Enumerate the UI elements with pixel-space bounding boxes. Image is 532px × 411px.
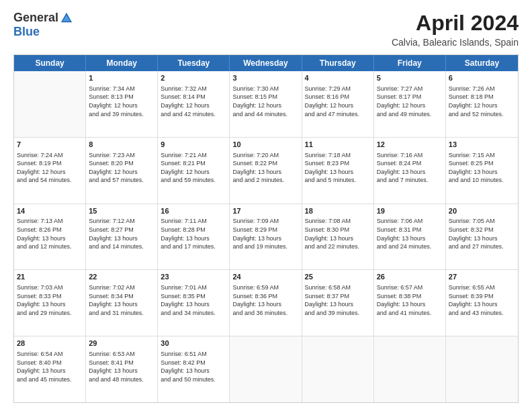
calendar-cell: 24Sunrise: 6:59 AMSunset: 8:36 PMDayligh… <box>230 270 302 336</box>
cell-content: Sunrise: 6:55 AMSunset: 8:39 PMDaylight:… <box>449 283 515 317</box>
main-title: April 2024 <box>392 11 519 36</box>
day-number: 24 <box>232 272 298 282</box>
logo-general: General <box>13 11 58 25</box>
cell-content: Sunrise: 6:58 AMSunset: 8:37 PMDaylight:… <box>305 283 371 317</box>
calendar-cell: 3Sunrise: 7:30 AMSunset: 8:15 PMDaylight… <box>230 71 302 137</box>
day-number: 21 <box>17 272 83 282</box>
calendar-cell <box>14 71 86 137</box>
calendar-cell: 27Sunrise: 6:55 AMSunset: 8:39 PMDayligh… <box>446 270 518 336</box>
day-number: 16 <box>161 206 226 216</box>
calendar: SundayMondayTuesdayWednesdayThursdayFrid… <box>13 54 519 403</box>
day-number: 22 <box>89 272 154 282</box>
cell-content: Sunrise: 7:06 AMSunset: 8:31 PMDaylight:… <box>377 217 443 250</box>
calendar-cell: 21Sunrise: 7:03 AMSunset: 8:33 PMDayligh… <box>14 270 86 336</box>
calendar-week-4: 21Sunrise: 7:03 AMSunset: 8:33 PMDayligh… <box>14 270 518 336</box>
logo: General Blue <box>13 11 73 39</box>
calendar-cell: 9Sunrise: 7:21 AMSunset: 8:21 PMDaylight… <box>158 138 230 203</box>
cell-content: Sunrise: 7:26 AMSunset: 8:18 PMDaylight:… <box>449 85 515 118</box>
cell-content: Sunrise: 7:18 AMSunset: 8:23 PMDaylight:… <box>305 151 371 185</box>
calendar-cell: 16Sunrise: 7:11 AMSunset: 8:28 PMDayligh… <box>158 204 230 270</box>
calendar-cell: 17Sunrise: 7:09 AMSunset: 8:29 PMDayligh… <box>230 204 302 270</box>
calendar-cell: 23Sunrise: 7:01 AMSunset: 8:35 PMDayligh… <box>158 270 230 336</box>
cell-content: Sunrise: 7:11 AMSunset: 8:28 PMDaylight:… <box>161 217 226 250</box>
calendar-body: 1Sunrise: 7:34 AMSunset: 8:13 PMDaylight… <box>14 71 518 402</box>
cell-content: Sunrise: 7:08 AMSunset: 8:30 PMDaylight:… <box>305 217 371 250</box>
calendar-header-sunday: Sunday <box>14 55 86 71</box>
cell-content: Sunrise: 7:02 AMSunset: 8:34 PMDaylight:… <box>89 283 154 317</box>
day-number: 30 <box>161 338 226 349</box>
calendar-cell <box>446 336 518 402</box>
calendar-cell: 1Sunrise: 7:34 AMSunset: 8:13 PMDaylight… <box>86 71 158 137</box>
cell-content: Sunrise: 7:03 AMSunset: 8:33 PMDaylight:… <box>17 283 83 317</box>
cell-content: Sunrise: 7:05 AMSunset: 8:32 PMDaylight:… <box>449 217 515 250</box>
cell-content: Sunrise: 6:53 AMSunset: 8:41 PMDaylight:… <box>89 350 154 383</box>
day-number: 23 <box>161 272 226 282</box>
calendar-cell: 28Sunrise: 6:54 AMSunset: 8:40 PMDayligh… <box>14 336 86 402</box>
calendar-header-friday: Friday <box>374 55 446 71</box>
title-block: April 2024 Calvia, Balearic Islands, Spa… <box>392 11 519 48</box>
calendar-week-5: 28Sunrise: 6:54 AMSunset: 8:40 PMDayligh… <box>14 336 518 402</box>
calendar-week-1: 1Sunrise: 7:34 AMSunset: 8:13 PMDaylight… <box>14 71 518 138</box>
day-number: 2 <box>161 73 226 83</box>
calendar-cell: 13Sunrise: 7:15 AMSunset: 8:25 PMDayligh… <box>446 138 518 203</box>
calendar-header-row: SundayMondayTuesdayWednesdayThursdayFrid… <box>14 55 518 71</box>
cell-content: Sunrise: 7:16 AMSunset: 8:24 PMDaylight:… <box>377 151 443 185</box>
day-number: 14 <box>17 206 83 216</box>
cell-content: Sunrise: 6:59 AMSunset: 8:36 PMDaylight:… <box>232 283 298 317</box>
day-number: 28 <box>17 338 83 349</box>
calendar-cell <box>302 336 374 402</box>
day-number: 25 <box>305 272 371 282</box>
calendar-cell: 12Sunrise: 7:16 AMSunset: 8:24 PMDayligh… <box>374 138 446 203</box>
calendar-cell: 29Sunrise: 6:53 AMSunset: 8:41 PMDayligh… <box>86 336 158 402</box>
day-number: 29 <box>89 338 154 349</box>
calendar-cell: 6Sunrise: 7:26 AMSunset: 8:18 PMDaylight… <box>446 71 518 137</box>
day-number: 3 <box>232 73 298 83</box>
day-number: 8 <box>89 140 154 150</box>
day-number: 1 <box>89 73 154 83</box>
cell-content: Sunrise: 7:21 AMSunset: 8:21 PMDaylight:… <box>161 151 226 185</box>
cell-content: Sunrise: 6:51 AMSunset: 8:42 PMDaylight:… <box>161 350 226 383</box>
calendar-cell: 14Sunrise: 7:13 AMSunset: 8:26 PMDayligh… <box>14 204 86 270</box>
day-number: 13 <box>449 140 515 150</box>
calendar-header-saturday: Saturday <box>446 55 518 71</box>
day-number: 15 <box>89 206 154 216</box>
calendar-cell: 20Sunrise: 7:05 AMSunset: 8:32 PMDayligh… <box>446 204 518 270</box>
day-number: 5 <box>377 73 443 83</box>
cell-content: Sunrise: 6:54 AMSunset: 8:40 PMDaylight:… <box>17 350 83 383</box>
page: General Blue April 2024 Calvia, Balearic… <box>0 0 532 411</box>
day-number: 20 <box>449 206 515 216</box>
day-number: 9 <box>161 140 226 150</box>
day-number: 6 <box>449 73 515 83</box>
calendar-cell: 2Sunrise: 7:32 AMSunset: 8:14 PMDaylight… <box>158 71 230 137</box>
subtitle: Calvia, Balearic Islands, Spain <box>392 37 519 48</box>
day-number: 7 <box>17 140 83 150</box>
day-number: 17 <box>232 206 298 216</box>
calendar-week-3: 14Sunrise: 7:13 AMSunset: 8:26 PMDayligh… <box>14 204 518 271</box>
cell-content: Sunrise: 7:29 AMSunset: 8:16 PMDaylight:… <box>305 85 371 118</box>
calendar-week-2: 7Sunrise: 7:24 AMSunset: 8:19 PMDaylight… <box>14 138 518 204</box>
calendar-cell: 22Sunrise: 7:02 AMSunset: 8:34 PMDayligh… <box>86 270 158 336</box>
calendar-cell: 26Sunrise: 6:57 AMSunset: 8:38 PMDayligh… <box>374 270 446 336</box>
calendar-cell <box>230 336 302 402</box>
cell-content: Sunrise: 7:15 AMSunset: 8:25 PMDaylight:… <box>449 151 515 185</box>
cell-content: Sunrise: 7:09 AMSunset: 8:29 PMDaylight:… <box>232 217 298 250</box>
calendar-cell: 7Sunrise: 7:24 AMSunset: 8:19 PMDaylight… <box>14 138 86 203</box>
cell-content: Sunrise: 7:12 AMSunset: 8:27 PMDaylight:… <box>89 217 154 250</box>
cell-content: Sunrise: 7:01 AMSunset: 8:35 PMDaylight:… <box>161 283 226 317</box>
calendar-cell: 8Sunrise: 7:23 AMSunset: 8:20 PMDaylight… <box>86 138 158 203</box>
calendar-cell: 10Sunrise: 7:20 AMSunset: 8:22 PMDayligh… <box>230 138 302 203</box>
calendar-cell: 19Sunrise: 7:06 AMSunset: 8:31 PMDayligh… <box>374 204 446 270</box>
cell-content: Sunrise: 7:27 AMSunset: 8:17 PMDaylight:… <box>377 85 443 118</box>
day-number: 26 <box>377 272 443 282</box>
cell-content: Sunrise: 7:34 AMSunset: 8:13 PMDaylight:… <box>89 85 154 118</box>
day-number: 10 <box>232 140 298 150</box>
calendar-header-thursday: Thursday <box>302 55 374 71</box>
day-number: 19 <box>377 206 443 216</box>
calendar-header-wednesday: Wednesday <box>230 55 302 71</box>
calendar-cell: 30Sunrise: 6:51 AMSunset: 8:42 PMDayligh… <box>158 336 230 402</box>
cell-content: Sunrise: 7:24 AMSunset: 8:19 PMDaylight:… <box>17 151 83 185</box>
calendar-header-monday: Monday <box>86 55 158 71</box>
calendar-cell: 18Sunrise: 7:08 AMSunset: 8:30 PMDayligh… <box>302 204 374 270</box>
day-number: 4 <box>305 73 371 83</box>
cell-content: Sunrise: 7:20 AMSunset: 8:22 PMDaylight:… <box>232 151 298 185</box>
